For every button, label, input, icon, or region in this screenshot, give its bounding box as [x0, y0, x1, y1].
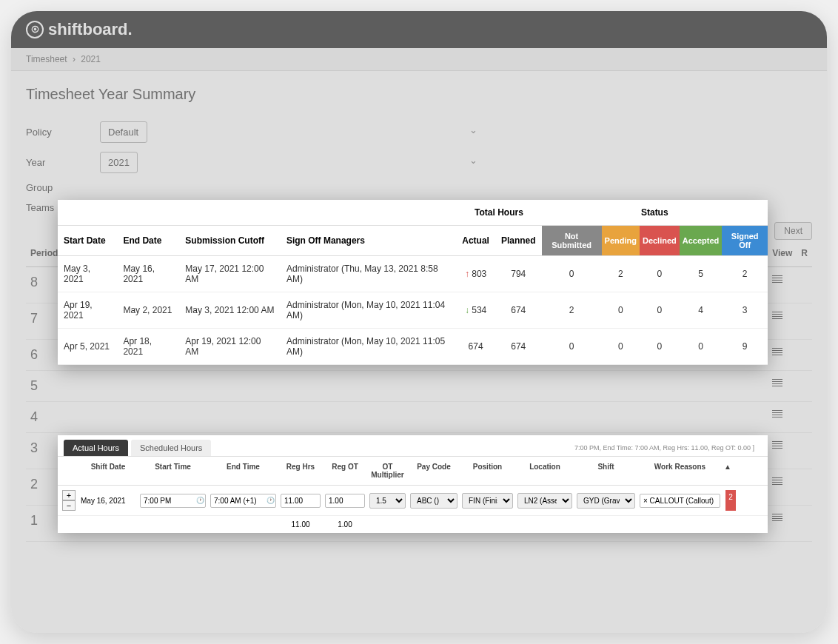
- th-shift: Shift: [574, 463, 637, 479]
- th-location: Location: [515, 463, 574, 479]
- sort-icon[interactable]: ▲: [723, 463, 733, 479]
- reg-hrs-input[interactable]: [281, 494, 321, 508]
- table-row[interactable]: Apr 19, 2021May 2, 2021May 3, 2021 12:00…: [58, 292, 768, 329]
- total-reg-hrs: 11.00: [278, 520, 323, 529]
- th-reg-hrs: Reg Hrs: [278, 463, 323, 479]
- tab-actual-hours[interactable]: Actual Hours: [64, 440, 128, 456]
- ot-multiplier-select[interactable]: 1.5: [369, 493, 406, 509]
- entry-overlay-panel: Actual Hours Scheduled Hours 7:00 PM, En…: [58, 435, 768, 533]
- entry-hint: 7:00 PM, End Time: 7:00 AM, Reg Hrs: 11.…: [574, 444, 762, 452]
- view-icon[interactable]: [772, 477, 782, 485]
- th-pay-code: Pay Code: [408, 463, 460, 479]
- reg-ot-input[interactable]: [325, 494, 365, 508]
- th-signed-off[interactable]: Signed Off: [722, 226, 768, 256]
- view-icon[interactable]: [772, 410, 782, 417]
- logo: ⦿ shiftboard.: [26, 20, 133, 39]
- view-icon[interactable]: [772, 312, 782, 319]
- th-declined[interactable]: Declined: [640, 226, 680, 256]
- location-select[interactable]: LN2 (Asset 2): [517, 493, 572, 509]
- add-row-button[interactable]: +: [62, 490, 76, 500]
- th-group-total: Total Hours: [456, 200, 541, 226]
- shift-select[interactable]: GYD (Graveyar: [577, 493, 635, 509]
- th-start-time: Start Time: [138, 463, 208, 479]
- breadcrumb-item[interactable]: 2021: [81, 54, 101, 64]
- paycode-select[interactable]: ABC (): [410, 493, 457, 509]
- th-pending[interactable]: Pending: [602, 226, 640, 256]
- summary-overlay-panel: Total Hours Status Start Date End Date S…: [58, 200, 768, 365]
- tab-scheduled-hours[interactable]: Scheduled Hours: [131, 440, 211, 456]
- logo-icon: ⦿: [26, 21, 44, 38]
- view-icon[interactable]: [772, 275, 782, 283]
- th-reg-ot: Reg OT: [323, 463, 367, 479]
- remove-row-button[interactable]: −: [62, 500, 76, 511]
- th-end-time: End Time: [208, 463, 278, 479]
- policy-label: Policy: [26, 127, 100, 138]
- th-period: Period: [26, 240, 62, 267]
- view-icon[interactable]: [772, 379, 782, 386]
- table-row[interactable]: 5: [26, 371, 812, 402]
- view-icon[interactable]: [772, 441, 782, 449]
- policy-select[interactable]: Default: [100, 121, 147, 143]
- th-r: R: [797, 240, 812, 267]
- table-row[interactable]: May 3, 2021May 16, 2021May 17, 2021 12:0…: [58, 256, 768, 292]
- th-shift-date: Shift Date: [78, 463, 138, 479]
- year-select[interactable]: 2021: [100, 152, 138, 173]
- work-reasons-input[interactable]: [640, 494, 720, 508]
- next-button[interactable]: Next: [774, 222, 812, 240]
- start-time-input[interactable]: [140, 494, 206, 508]
- app-header: ⦿ shiftboard.: [11, 11, 827, 48]
- th-work-reasons: Work Reasons: [637, 463, 723, 479]
- th-position: Position: [460, 463, 515, 479]
- th-planned[interactable]: Planned: [495, 226, 542, 256]
- position-select[interactable]: FIN (Finish): [462, 493, 513, 509]
- breadcrumb: Timesheet › 2021: [11, 48, 827, 71]
- th-start[interactable]: Start Date: [58, 226, 117, 256]
- th-cutoff[interactable]: Submission Cutoff: [179, 226, 281, 256]
- table-row[interactable]: 4: [26, 402, 812, 433]
- page-title: Timesheet Year Summary: [26, 86, 812, 103]
- th-view: View: [768, 240, 797, 267]
- th-group-status: Status: [542, 200, 768, 226]
- group-label: Group: [26, 182, 100, 193]
- year-label: Year: [26, 157, 100, 168]
- view-icon[interactable]: [772, 514, 782, 521]
- end-time-input[interactable]: [210, 494, 276, 508]
- th-actual[interactable]: Actual: [456, 226, 495, 256]
- th-not-submitted[interactable]: Not Submitted: [542, 226, 602, 256]
- row-status-indicator: 2: [725, 490, 736, 511]
- breadcrumb-item[interactable]: Timesheet: [26, 54, 67, 64]
- view-icon[interactable]: [772, 348, 782, 355]
- th-ot-multiplier: OT Multiplier: [367, 463, 408, 479]
- th-end[interactable]: End Date: [117, 226, 179, 256]
- logo-text: shiftboard: [48, 20, 128, 39]
- shift-date: May 16, 2021: [78, 497, 138, 505]
- th-accepted[interactable]: Accepted: [680, 226, 723, 256]
- table-row[interactable]: Apr 5, 2021Apr 18, 2021Apr 19, 2021 12:0…: [58, 329, 768, 365]
- th-managers[interactable]: Sign Off Managers: [281, 226, 456, 256]
- total-reg-ot: 1.00: [323, 520, 367, 529]
